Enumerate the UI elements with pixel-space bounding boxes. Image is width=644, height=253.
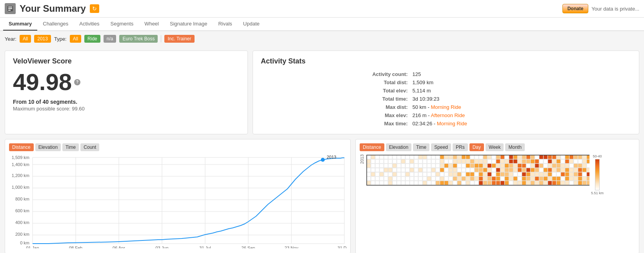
heatmap-cell — [384, 177, 388, 181]
max-time-link[interactable]: Morning Ride — [437, 121, 467, 127]
stats-panel: Activity Stats Activity count: 125 Total… — [253, 51, 639, 134]
heatmap-cell — [548, 172, 552, 176]
heatmap-cell — [466, 172, 470, 176]
heatmap-cell — [397, 177, 401, 181]
heatmap-cell — [574, 155, 578, 159]
heatmap-cell — [535, 159, 539, 163]
heatmap-cell — [531, 172, 535, 176]
type-na-button[interactable]: n/a — [104, 35, 116, 43]
type-ride-button[interactable]: Ride — [84, 35, 100, 43]
heatmap-cell — [462, 164, 466, 168]
heatmap-cell — [406, 164, 409, 168]
tab-rivals[interactable]: Rivals — [213, 18, 237, 31]
tab-signature-image[interactable]: Signature Image — [164, 18, 213, 31]
year-all-button[interactable]: All — [20, 35, 31, 43]
heatmap-cell — [427, 181, 431, 185]
score-help-icon[interactable]: ? — [74, 79, 80, 85]
type-inc-trainer-button[interactable]: Inc. Trainer — [164, 35, 194, 43]
heatmap-cell — [423, 172, 427, 176]
heatmap-cell — [384, 155, 388, 159]
tab-summary[interactable]: Summary — [3, 18, 37, 31]
refresh-button[interactable]: ↻ — [90, 4, 99, 13]
heatmap-cell — [427, 155, 431, 159]
heatmap-cell — [500, 164, 504, 168]
heatmap-cell — [548, 155, 552, 159]
heatmap-cell — [509, 155, 513, 159]
heatmap-cell — [518, 177, 522, 181]
stat-label-maxtime: Max time: — [261, 119, 410, 128]
heatmap-cell — [427, 172, 431, 176]
heatmap-cell — [488, 168, 491, 172]
svg-text:06 Apr: 06 Apr — [113, 246, 125, 248]
heatmap-group-week[interactable]: Week — [486, 143, 504, 151]
stat-value-time: 3d 10:39:23 — [410, 95, 631, 103]
heatmap-cell — [526, 159, 530, 163]
heatmap-cell — [410, 155, 414, 159]
heatmap-cell — [380, 181, 384, 185]
heatmap-cell — [561, 168, 565, 172]
heatmap-cell — [393, 172, 397, 176]
legend-bar — [595, 159, 600, 190]
filter-separator — [161, 35, 161, 42]
tab-challenges[interactable]: Challenges — [37, 18, 74, 31]
heatmap-cell — [548, 181, 552, 185]
heatmap-cell — [371, 168, 375, 172]
heatmap-cell — [505, 164, 509, 168]
heatmap-filter-time[interactable]: Time — [413, 143, 429, 151]
heatmap-cell — [548, 164, 552, 168]
heatmap-cell — [518, 159, 522, 163]
stat-label-maxelev: Max elev: — [261, 111, 410, 119]
heatmap-cell — [410, 172, 414, 176]
year-2013-button[interactable]: 2013 — [34, 35, 51, 43]
heatmap-cell — [367, 164, 371, 168]
heatmap-cell — [440, 181, 444, 185]
heatmap-cell — [371, 155, 375, 159]
heatmap-cell — [371, 159, 375, 163]
heatmap-cell — [544, 155, 548, 159]
chart-filter-elevation[interactable]: Elevation — [35, 143, 61, 151]
tab-wheel[interactable]: Wheel — [139, 18, 164, 31]
type-all-button[interactable]: All — [70, 35, 81, 43]
heatmap-filter-speed[interactable]: Speed — [431, 143, 451, 151]
heatmap-cell — [440, 177, 444, 181]
tab-activities[interactable]: Activities — [74, 18, 105, 31]
heatmap-cell — [462, 181, 466, 185]
heatmap-cell — [539, 168, 543, 172]
heatmap-cell — [440, 155, 444, 159]
heatmap-cell — [462, 177, 466, 181]
tab-update[interactable]: Update — [238, 18, 265, 31]
heatmap-cell — [539, 172, 543, 176]
max-dist-link[interactable]: Morning Ride — [431, 104, 461, 110]
heatmap-cell — [535, 155, 539, 159]
chart-filter-count[interactable]: Count — [80, 143, 99, 151]
heatmap-group-month[interactable]: Month — [505, 143, 524, 151]
max-elev-link[interactable]: Afternoon Ride — [431, 112, 465, 118]
heatmap-cell — [544, 168, 548, 172]
heatmap-cell — [569, 168, 573, 172]
heatmap-cell — [522, 177, 526, 181]
heatmap-group-day[interactable]: Day — [469, 143, 484, 151]
heatmap-cell — [569, 172, 573, 176]
heatmap-cell — [410, 168, 414, 172]
heatmap-filter-prs[interactable]: PRs — [453, 143, 468, 151]
tab-segments[interactable]: Segments — [105, 18, 139, 31]
donate-button[interactable]: Donate — [562, 4, 589, 13]
heatmap-cell — [565, 159, 569, 163]
heatmap-cell — [565, 172, 569, 176]
chart-filter-distance[interactable]: Distance — [9, 143, 34, 151]
heatmap-cell — [557, 177, 560, 181]
heatmap-cell — [587, 181, 589, 185]
heatmap-cell — [453, 164, 457, 168]
heatmap-filter-distance[interactable]: Distance — [360, 143, 384, 151]
top-panels: VeloViewer Score 49.98 ? From 10 of 40 s… — [5, 51, 639, 134]
heatmap-cell — [518, 172, 522, 176]
stat-row-maxdist: Max dist: 50 km - Morning Ride — [261, 103, 631, 111]
type-euro-button[interactable]: Euro Trek Boss — [119, 35, 158, 43]
heatmap-cell — [565, 177, 569, 181]
heatmap-filter-elevation[interactable]: Elevation — [386, 143, 411, 151]
heatmap-cell — [531, 155, 535, 159]
heatmap-cell — [410, 159, 414, 163]
chart-filter-time[interactable]: Time — [62, 143, 79, 151]
heatmap-cell — [475, 155, 478, 159]
chart-area: 1,509 km 1,400 km 1,200 km 1,000 km 800 … — [9, 154, 346, 249]
